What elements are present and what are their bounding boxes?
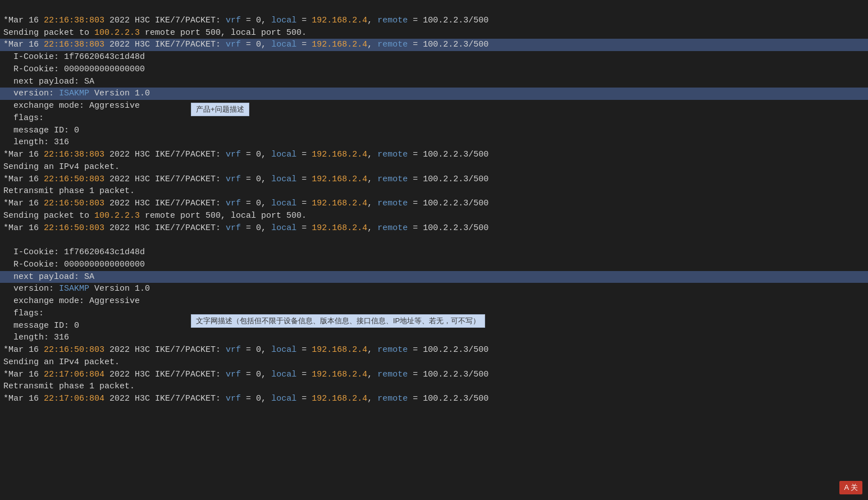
terminal-text-segment: =: [296, 175, 312, 184]
terminal-text-segment: =: [296, 394, 312, 403]
terminal-text-segment: remote: [377, 150, 408, 159]
terminal-text-segment: =: [296, 345, 312, 355]
terminal-text-segment: *Mar 16: [3, 394, 44, 403]
terminal-text-segment: =: [296, 223, 312, 233]
terminal-text-segment: 192.168.2.4: [312, 175, 367, 184]
terminal-text-segment: *Mar 16: [3, 223, 44, 233]
terminal-line: version: ISAKMP Version 1.0: [0, 283, 868, 295]
terminal-text-segment: vrf: [226, 175, 241, 184]
terminal-text-segment: local: [271, 175, 296, 184]
terminal-text-segment: local: [271, 370, 296, 379]
terminal-text-segment: 22:16:50:803: [44, 345, 104, 355]
terminal-text-segment: 2022 H3C IKE/7/PACKET:: [104, 345, 226, 355]
terminal-text-segment: local: [271, 345, 296, 355]
terminal-line: message ID: 0: [0, 125, 868, 137]
terminal-text-segment: = 100.2.2.3/500: [408, 150, 488, 159]
terminal-text-segment: Sending packet to: [3, 28, 94, 38]
terminal-text-segment: Sending an IPv4 packet.: [3, 162, 120, 172]
terminal-line: flags:: [0, 308, 868, 320]
terminal-text-segment: I-Cookie: 1f76620643c1d48d: [3, 247, 145, 257]
terminal-text-segment: =: [296, 40, 312, 49]
terminal-text-segment: 2022 H3C IKE/7/PACKET:: [104, 223, 226, 233]
terminal-text-segment: remote port 500, local port 500.: [140, 28, 307, 38]
terminal-text-segment: Retransmit phase 1 packet.: [3, 186, 135, 196]
terminal-text-segment: *Mar 16: [3, 175, 44, 184]
terminal-text-segment: = 0,: [241, 150, 271, 159]
terminal-line: *Mar 16 22:17:06:804 2022 H3C IKE/7/PACK…: [0, 393, 868, 405]
terminal-line: Retransmit phase 1 packet.: [0, 380, 868, 393]
terminal-text-segment: version:: [3, 284, 59, 293]
terminal-text-segment: message ID: 0: [3, 321, 79, 331]
terminal-text-segment: = 100.2.2.3/: [408, 345, 473, 355]
terminal-text-segment: remote: [377, 40, 408, 49]
terminal-text-segment: 2022 H3C IKE/7/PACKET:: [104, 175, 226, 184]
terminal-text-segment: =: [296, 370, 312, 379]
terminal-line: Sending an IPv4 packet.: [0, 161, 868, 173]
terminal-text-segment: = 0,: [241, 223, 271, 233]
terminal-text-segment: = 0,: [241, 175, 271, 184]
terminal-line: *Mar 16 22:16:38:803 2022 H3C IKE/7/PACK…: [0, 149, 868, 161]
terminal-text-segment: Version 1.0: [89, 284, 150, 293]
terminal-text-segment: version:: [3, 89, 59, 98]
terminal-text-segment: 192.168.2.4: [312, 223, 367, 233]
terminal-text-segment: = 100.2.2.3/500: [408, 223, 488, 233]
terminal-text-segment: message ID: 0: [3, 126, 79, 135]
terminal-text-segment: 192.168.2.4: [312, 16, 367, 25]
terminal-text-segment: = 100.2.2.3/500: [408, 175, 488, 184]
terminal-text-segment: =: [296, 16, 312, 25]
terminal-line: *Mar 16 22:16:50:803 2022 H3C IKE/7/PACK…: [0, 222, 868, 235]
terminal-line: Sending an IPv4 packet.: [0, 356, 868, 369]
terminal-text-segment: ,: [367, 394, 377, 403]
terminal-text-segment: 22:16:38:803: [44, 150, 104, 159]
terminal-text-segment: *Mar 16: [3, 150, 44, 159]
terminal-line: R-Cookie: 0000000000000000: [0, 63, 868, 76]
terminal-text-segment: 500: [473, 345, 488, 355]
status-badge[interactable]: A 关: [839, 481, 862, 494]
terminal-text-segment: remote: [377, 370, 408, 379]
terminal-text-segment: vrf: [226, 199, 241, 208]
terminal-text-segment: 22:16:50:803: [44, 175, 104, 184]
terminal-text-segment: length: 316: [3, 333, 69, 342]
terminal-text-segment: = 100.2.2.3/500: [408, 199, 488, 208]
terminal-text-segment: = 100.2.2.3/500: [408, 370, 488, 379]
terminal-text-segment: remote: [377, 175, 408, 184]
terminal-text-segment: 192.168.2.4: [312, 394, 367, 403]
terminal-output: *Mar 16 22:16:38:803 2022 H3C IKE/7/PACK…: [0, 0, 868, 407]
terminal-text-segment: ,: [367, 370, 377, 379]
terminal-text-segment: 22:16:50:803: [44, 199, 104, 208]
terminal-text-segment: ISAKMP: [59, 89, 89, 98]
terminal-text-segment: Version 1.0: [89, 89, 150, 98]
terminal-line: I-Cookie: 1f76620643c1d48d: [0, 51, 868, 63]
terminal-text-segment: vrf: [226, 394, 241, 403]
terminal-text-segment: remote port 500, local port 500.: [140, 211, 307, 221]
terminal-text-segment: = 0,: [241, 345, 271, 355]
terminal-text-segment: 22:17:06:804: [44, 394, 104, 403]
terminal-text-segment: 22:16:38:803: [44, 16, 104, 25]
terminal-text-segment: = 0,: [241, 40, 271, 49]
terminal-text-segment: next payload: SA: [3, 272, 94, 282]
terminal-text-segment: 2022 H3C IKE/7/PACKET:: [104, 40, 226, 49]
terminal-text-segment: vrf: [226, 150, 241, 159]
terminal-text-segment: local: [271, 223, 296, 233]
terminal-text-segment: remote: [377, 223, 408, 233]
terminal-line: *Mar 16 22:16:50:803 2022 H3C IKE/7/PACK…: [0, 344, 868, 356]
terminal-text-segment: 22:17:06:804: [44, 370, 104, 379]
terminal-text-segment: ISAKMP: [59, 284, 89, 293]
terminal-text-segment: 100.2.2.3: [94, 211, 140, 221]
terminal-text-segment: remote: [377, 345, 408, 355]
terminal-line: *Mar 16 22:16:38:803 2022 H3C IKE/7/PACK…: [0, 15, 868, 27]
terminal-text-segment: *Mar 16: [3, 16, 44, 25]
terminal-line: flags:: [0, 112, 868, 125]
terminal-text-segment: 2022 H3C IKE/7/PACKET:: [104, 16, 226, 25]
terminal-line: next payload: SA: [0, 76, 868, 88]
terminal-text-segment: = 0,: [241, 370, 271, 379]
terminal-text-segment: =: [296, 150, 312, 159]
terminal-text-segment: = 0,: [241, 16, 271, 25]
terminal-line: I-Cookie: 1f76620643c1d48d: [0, 246, 868, 259]
terminal-text-segment: *Mar 16: [3, 199, 44, 208]
terminal-text-segment: vrf: [226, 40, 241, 49]
terminal-text-segment: 100.2.2.3: [94, 28, 140, 38]
terminal-line: exchange mode: Aggressive: [0, 295, 868, 308]
terminal-text-segment: Sending an IPv4 packet.: [3, 357, 120, 367]
terminal-text-segment: ,: [367, 199, 377, 208]
